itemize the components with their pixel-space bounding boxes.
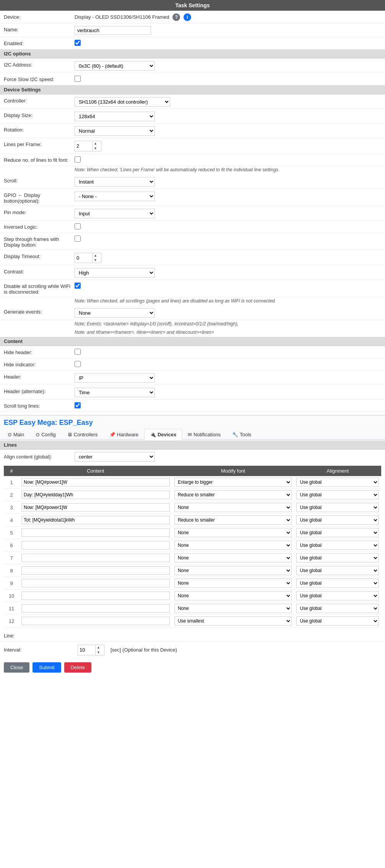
row-modify-font-select[interactable]: NoneEnlarge to biggerReduce to smallerUs… [174,616,292,626]
header-field-select[interactable]: IP Name Time None [75,373,155,383]
inversed-logic-label: Inversed Logic: [4,223,75,230]
table-row: 12NoneEnlarge to biggerReduce to smaller… [4,615,381,627]
display-size-select[interactable]: 128x64 128x32 64x48 [75,112,155,121]
hide-header-checkbox[interactable] [75,349,81,355]
lines-per-frame-input[interactable] [75,142,92,150]
row-modify-font-select[interactable]: NoneEnlarge to biggerReduce to smallerUs… [174,528,292,537]
pin-mode-select[interactable]: Input Output [75,209,155,218]
row-alignment-select[interactable]: Use globalleftcenterright [296,490,379,499]
row-content-cell [19,564,172,577]
rotation-select[interactable]: Normal Rotated 180° [75,126,155,136]
submit-button[interactable]: Submit [32,662,61,673]
row-modify-font-select[interactable]: NoneEnlarge to biggerReduce to smallerUs… [174,566,292,575]
align-content-select[interactable]: center left right [75,452,155,462]
row-content-input[interactable] [21,579,170,587]
row-content-input[interactable] [21,528,170,537]
row-content-input[interactable] [21,617,170,625]
i2c-address-select[interactable]: 0x3C (60) - (default) 0x3D (61) [75,61,155,71]
tab-main[interactable]: ⊙ Main [2,429,30,440]
step-frames-checkbox[interactable] [75,236,81,242]
interval-spin-down[interactable]: ▼ [96,650,101,655]
tab-devices[interactable]: 🔌 Devices [144,429,182,440]
row-content-input[interactable] [21,566,170,575]
inversed-logic-value [75,223,381,231]
controller-select[interactable]: SH1106 (132x64 dot controller) SSD1306 (… [75,97,170,107]
row-alignment-select[interactable]: Use globalleftcenterright [296,478,379,487]
row-modify-font-select[interactable]: NoneEnlarge to biggerReduce to smallerUs… [174,503,292,512]
gpio-button-select[interactable]: - None - [75,192,155,201]
row-content-input[interactable] [21,503,170,512]
row-content-input[interactable] [21,604,170,613]
tab-tools[interactable]: 🔧 Tools [226,429,257,440]
contrast-select[interactable]: High Medium Low [75,268,155,278]
scroll-long-lines-checkbox[interactable] [75,402,81,408]
bottom-buttons: Close Submit Delete [0,658,385,676]
disable-scrolling-checkbox[interactable] [75,283,81,289]
hide-indicator-checkbox[interactable] [75,361,81,367]
row-modify-font-select[interactable]: NoneEnlarge to biggerReduce to smallerUs… [174,553,292,562]
row-content-input[interactable] [21,491,170,499]
row-alignment-select[interactable]: Use globalleftcenterright [296,553,379,562]
tab-hardware[interactable]: 📌 Hardware [104,429,144,440]
row-alignment-select[interactable]: Use globalleftcenterright [296,604,379,613]
name-input[interactable] [75,26,151,35]
gpio-button-row: GPIO ← Display button(optional): - None … [0,189,385,206]
hide-header-value [75,348,381,356]
force-slow-i2c-label: Force Slow I2C speed: [4,75,75,82]
row-content-input[interactable] [21,541,170,549]
header-alternate-select[interactable]: Time IP Name None [75,388,155,397]
row-modify-font-cell: NoneEnlarge to biggerReduce to smallerUs… [172,602,294,615]
row-modify-font-select[interactable]: NoneEnlarge to biggerReduce to smallerUs… [174,515,292,525]
tab-notifications[interactable]: ✉ Notifications [182,429,226,440]
interval-spin-up[interactable]: ▲ [96,645,101,650]
row-content-input[interactable] [21,554,170,562]
tab-config[interactable]: ⊙ Config [30,429,62,440]
row-content-input[interactable] [21,592,170,600]
reduce-lines-checkbox[interactable] [75,156,81,163]
inversed-logic-checkbox[interactable] [75,223,81,229]
row-alignment-select[interactable]: Use globalleftcenterright [296,503,379,512]
line-label-row: Line: [0,629,385,642]
display-timeout-input[interactable] [75,254,92,262]
align-content-label: Align content (global): [4,454,75,460]
generate-events-select[interactable]: None On change Always [75,308,155,318]
spin-up[interactable]: ▲ [93,141,98,146]
reduce-lines-note: Note: When checked, 'Lines per Frame' wi… [0,166,385,174]
row-alignment-select[interactable]: Use globalleftcenterright [296,528,379,537]
info-icon[interactable]: i [184,13,191,21]
interval-input[interactable] [78,646,95,654]
row-modify-font-select[interactable]: NoneEnlarge to biggerReduce to smallerUs… [174,478,292,487]
close-button[interactable]: Close [4,662,29,673]
task-settings-header: Task Settings [0,0,385,11]
row-alignment-select[interactable]: Use globalleftcenterright [296,515,379,525]
table-row: 3NoneEnlarge to biggerReduce to smallerU… [4,501,381,514]
row-modify-font-select[interactable]: NoneEnlarge to biggerReduce to smallerUs… [174,591,292,600]
contrast-value: High Medium Low [75,267,381,278]
row-alignment-cell: Use globalleftcenterright [294,489,381,501]
timeout-spin-down[interactable]: ▼ [93,258,98,263]
spin-down[interactable]: ▼ [93,146,98,151]
row-content-input[interactable] [21,478,170,486]
row-alignment-select[interactable]: Use globalleftcenterright [296,591,379,600]
timeout-spin-up[interactable]: ▲ [93,253,98,258]
row-content-input[interactable] [21,516,170,524]
row-alignment-select[interactable]: Use globalleftcenterright [296,541,379,550]
force-slow-i2c-checkbox[interactable] [75,76,81,82]
scroll-select[interactable]: Instant Slow Fast [75,177,155,187]
row-modify-font-select[interactable]: NoneEnlarge to biggerReduce to smallerUs… [174,490,292,499]
delete-button[interactable]: Delete [64,662,92,673]
question-icon[interactable]: ? [172,13,180,21]
row-modify-font-select[interactable]: NoneEnlarge to biggerReduce to smallerUs… [174,604,292,613]
tabs-row: ⊙ Main ⊙ Config 🖥 Controllers 📌 Hardware… [0,429,385,440]
row-content-cell [19,539,172,552]
tab-controllers[interactable]: 🖥 Controllers [62,429,104,440]
row-alignment-select[interactable]: Use globalleftcenterright [296,579,379,588]
row-alignment-select[interactable]: Use globalleftcenterright [296,616,379,626]
row-modify-font-select[interactable]: NoneEnlarge to biggerReduce to smallerUs… [174,579,292,588]
display-size-row: Display Size: 128x64 128x32 64x48 [0,109,385,124]
row-alignment-select[interactable]: Use globalleftcenterright [296,566,379,575]
generate-events-label: Generate events: [4,307,75,315]
line-label: Line: [4,631,75,639]
row-modify-font-select[interactable]: NoneEnlarge to biggerReduce to smallerUs… [174,541,292,550]
enabled-checkbox[interactable] [75,40,81,46]
